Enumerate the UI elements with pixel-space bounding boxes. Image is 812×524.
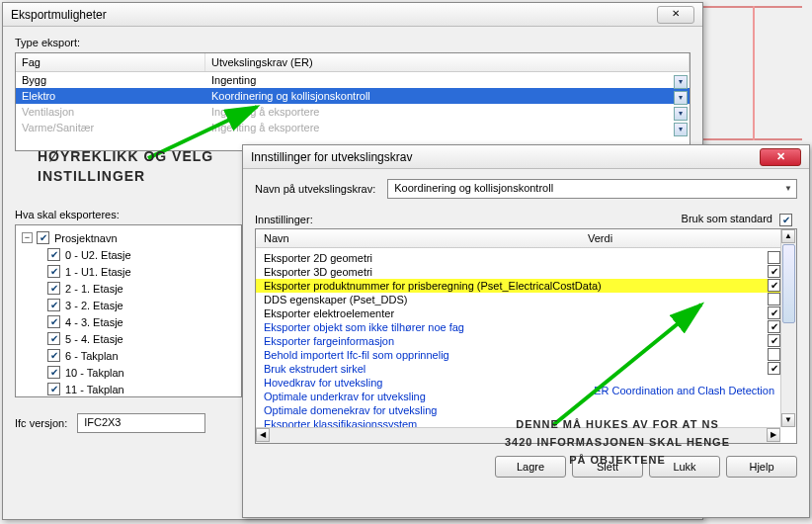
use-default-checkbox[interactable]: ✔ bbox=[779, 214, 792, 226]
settings-row[interactable]: Eksporter produktnummer for prisberegnin… bbox=[256, 279, 780, 293]
scroll-up-icon[interactable]: ▲ bbox=[781, 229, 795, 243]
vertical-scrollbar[interactable]: ▲ ▼ bbox=[780, 229, 796, 427]
settings-row[interactable]: Eksporter elektroelementer✔ bbox=[256, 306, 780, 320]
project-tree[interactable]: − ✔ Prosjektnavn ✔0 - U2. Etasje✔1 - U1.… bbox=[15, 224, 242, 397]
grid-row[interactable]: Varme/SanitærIngenting å eksportere▾ bbox=[16, 120, 690, 135]
er-name-combo[interactable]: Koordinering og kollisjonskontroll ▼ bbox=[387, 179, 797, 199]
col-er: Utvekslingskrav (ER) bbox=[205, 53, 690, 71]
settings-row[interactable]: Bruk ekstrudert sirkel✔ bbox=[256, 362, 780, 376]
settings-row[interactable]: Behold importert Ifc-fil som opprinnelig bbox=[256, 348, 780, 362]
setting-name[interactable]: Hovedkrav for utveksling bbox=[264, 377, 639, 389]
tree-item-label: 0 - U2. Etasje bbox=[65, 249, 131, 261]
checkbox[interactable] bbox=[768, 251, 780, 264]
checkbox[interactable]: ✔ bbox=[47, 282, 60, 295]
checkbox[interactable]: ✔ bbox=[768, 265, 780, 278]
setting-name: Eksporter 2D geometri bbox=[264, 252, 639, 264]
checkbox[interactable]: ✔ bbox=[47, 332, 60, 345]
use-default-label: Bruk som standard bbox=[682, 213, 772, 224]
close-icon[interactable]: ✕ bbox=[760, 148, 801, 166]
grid-row[interactable]: ByggIngenting▾ bbox=[16, 72, 690, 88]
tree-item[interactable]: ✔0 - U2. Etasje bbox=[47, 246, 235, 263]
setting-name: Eksporter produktnummer for prisberegnin… bbox=[264, 280, 639, 292]
checkbox[interactable] bbox=[768, 348, 780, 361]
grid-header: Fag Utvekslingskrav (ER) bbox=[16, 53, 690, 72]
chevron-down-icon[interactable]: ▾ bbox=[674, 91, 688, 105]
cell-er: Ingenting å eksportere▾ bbox=[205, 106, 690, 118]
checkbox[interactable]: ✔ bbox=[47, 383, 60, 395]
setting-name[interactable]: Eksporter fargeinformasjon bbox=[264, 335, 639, 347]
window-title: Eksportmuligheter bbox=[11, 8, 107, 22]
cell-fag: Bygg bbox=[16, 74, 205, 86]
er-coordination-link[interactable]: ER Coordination and Clash Detection bbox=[594, 385, 774, 396]
settings-list: Navn Verdi Eksporter 2D geometriEksporte… bbox=[255, 228, 797, 444]
tree-item[interactable]: ✔3 - 2. Etasje bbox=[47, 297, 235, 313]
ifc-version-label: Ifc versjon: bbox=[15, 417, 67, 429]
checkbox[interactable]: ✔ bbox=[768, 306, 780, 319]
checkbox[interactable]: ✔ bbox=[768, 279, 780, 292]
checkbox[interactable]: ✔ bbox=[47, 248, 60, 261]
tree-item-label: 1 - U1. Etasje bbox=[65, 266, 131, 278]
grid-row[interactable]: ElektroKoordinering og kollisjonskontrol… bbox=[16, 88, 690, 104]
setting-name[interactable]: Eksporter objekt som ikke tilhører noe f… bbox=[264, 321, 639, 333]
background-decoration bbox=[693, 0, 812, 148]
checkbox[interactable]: ✔ bbox=[47, 315, 60, 328]
cell-er: Koordinering og kollisjonskontroll▾ bbox=[205, 90, 690, 102]
annotation-rightclick: Høyreklikk og velg instillinger bbox=[38, 146, 255, 186]
setting-name[interactable]: Optimale domenekrav for utveksling bbox=[264, 404, 639, 416]
tree-item-label: 6 - Takplan bbox=[65, 350, 119, 362]
cell-fag: Elektro bbox=[16, 90, 205, 102]
settings-row[interactable]: Eksporter fargeinformasjon✔ bbox=[256, 334, 780, 348]
collapse-icon[interactable]: − bbox=[22, 232, 33, 243]
setting-name[interactable]: Behold importert Ifc-fil som opprinnelig bbox=[264, 349, 639, 361]
er-name-label: Navn på utvekslingskrav: bbox=[255, 183, 375, 195]
settings-row[interactable]: DDS egenskaper (Pset_DDS) bbox=[256, 293, 780, 306]
chevron-down-icon[interactable]: ▾ bbox=[674, 107, 688, 121]
tree-root-label: Prosjektnavn bbox=[54, 232, 118, 244]
grid-row[interactable]: VentilasjonIngenting å eksportere▾ bbox=[16, 104, 690, 120]
chevron-down-icon[interactable]: ▾ bbox=[674, 123, 688, 136]
window-title: Innstillinger for utvekslingskrav bbox=[251, 150, 412, 164]
tree-item-label: 10 - Takplan bbox=[65, 367, 124, 379]
settings-row[interactable]: Eksporter 2D geometri bbox=[256, 251, 780, 265]
checkbox[interactable]: ✔ bbox=[768, 334, 780, 347]
cell-fag: Varme/Sanitær bbox=[16, 122, 205, 133]
settings-row[interactable]: Eksporter 3D geometri✔ bbox=[256, 265, 780, 279]
setting-name[interactable]: Optimale underkrav for utveksling bbox=[264, 391, 639, 402]
tree-item[interactable]: ✔5 - 4. Etasje bbox=[47, 330, 235, 347]
setting-name[interactable]: Bruk ekstrudert sirkel bbox=[264, 363, 639, 375]
checkbox[interactable]: ✔ bbox=[47, 349, 60, 362]
chevron-down-icon[interactable]: ▾ bbox=[674, 75, 688, 89]
export-type-grid: Fag Utvekslingskrav (ER) ByggIngenting▾E… bbox=[15, 52, 690, 151]
tree-item-label: 3 - 2. Etasje bbox=[65, 300, 123, 311]
type-export-label: Type eksport: bbox=[15, 37, 690, 48]
settings-header: Navn Verdi bbox=[256, 229, 796, 248]
scroll-thumb[interactable] bbox=[782, 244, 795, 323]
checkbox[interactable]: ✔ bbox=[768, 362, 780, 375]
checkbox[interactable]: ✔ bbox=[47, 299, 60, 311]
scroll-left-icon[interactable]: ◀ bbox=[256, 428, 270, 442]
annotation-checkbox: Denne må hukes av for at NS 3420 informa… bbox=[420, 415, 812, 469]
tree-item[interactable]: ✔10 - Takplan bbox=[47, 364, 235, 381]
tree-item[interactable]: ✔1 - U1. Etasje bbox=[47, 263, 235, 280]
checkbox[interactable]: ✔ bbox=[37, 231, 49, 244]
close-icon[interactable]: ✕ bbox=[657, 6, 694, 24]
tree-item[interactable]: ✔4 - 3. Etasje bbox=[47, 313, 235, 330]
tree-root[interactable]: − ✔ Prosjektnavn bbox=[22, 229, 235, 246]
tree-item-label: 11 - Takplan bbox=[65, 384, 124, 395]
tree-item[interactable]: ✔11 - Takplan bbox=[47, 381, 235, 397]
checkbox[interactable]: ✔ bbox=[47, 265, 60, 278]
titlebar: Innstillinger for utvekslingskrav ✕ bbox=[243, 145, 809, 169]
tree-item[interactable]: ✔6 - Takplan bbox=[47, 347, 235, 364]
ifc-version-input[interactable]: IFC2X3 bbox=[77, 413, 205, 433]
setting-name: Eksporter 3D geometri bbox=[264, 266, 639, 278]
tree-item[interactable]: ✔2 - 1. Etasje bbox=[47, 280, 235, 297]
titlebar: Eksportmuligheter ✕ bbox=[3, 3, 702, 27]
col-name: Navn bbox=[256, 232, 582, 244]
settings-row[interactable]: Eksporter objekt som ikke tilhører noe f… bbox=[256, 320, 780, 334]
tree-item-label: 2 - 1. Etasje bbox=[65, 283, 123, 295]
checkbox[interactable] bbox=[768, 293, 780, 306]
col-fag: Fag bbox=[16, 53, 205, 71]
cell-er: Ingenting▾ bbox=[205, 74, 690, 86]
checkbox[interactable]: ✔ bbox=[47, 366, 60, 379]
checkbox[interactable]: ✔ bbox=[768, 320, 780, 333]
